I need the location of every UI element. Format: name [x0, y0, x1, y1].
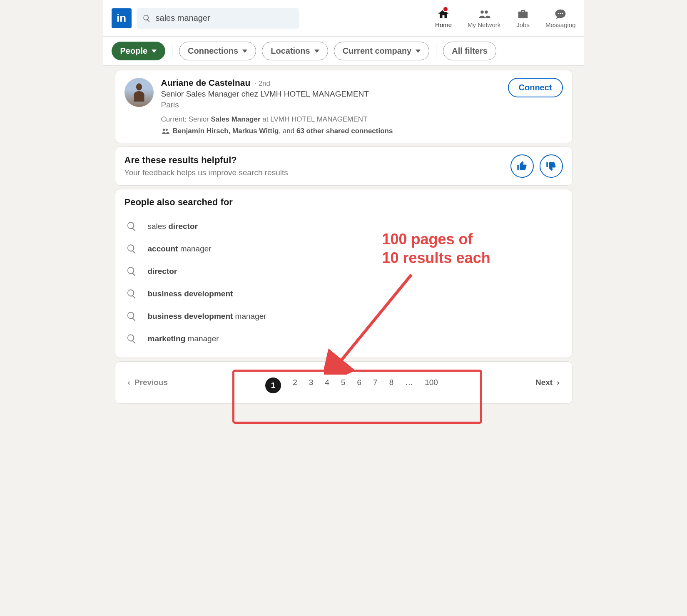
chevron-right-icon: ›: [557, 378, 559, 387]
nav-label: My Network: [468, 21, 500, 28]
divider: [172, 43, 172, 59]
page-number[interactable]: 2: [293, 378, 297, 387]
feedback-title: Are these results helpful?: [124, 155, 288, 166]
nav-label: Home: [435, 21, 452, 28]
next-button[interactable]: Next ›: [535, 378, 560, 387]
pill-label: Connections: [188, 46, 238, 56]
result-location: Paris: [161, 100, 563, 109]
thumbs-down-icon: [545, 160, 557, 172]
caret-icon: [416, 50, 421, 53]
pill-label: All filters: [452, 46, 488, 56]
previous-button[interactable]: ‹ Previous: [128, 378, 168, 387]
feedback-card: Are these results helpful? Your feedback…: [115, 147, 572, 186]
connection-degree: · 2nd: [254, 79, 270, 88]
thumbs-up-button[interactable]: [510, 154, 534, 178]
linkedin-logo[interactable]: in: [112, 8, 132, 28]
also-searched-text: business development manager: [148, 312, 266, 321]
also-searched-item[interactable]: sales director: [124, 215, 563, 238]
result-headline: Senior Sales Manager chez LVMH HOTEL MAN…: [161, 89, 563, 99]
thumbs-down-button[interactable]: [540, 154, 563, 178]
page-number[interactable]: 5: [341, 378, 346, 387]
search-icon: [126, 333, 137, 344]
thumbs-up-icon: [516, 160, 528, 172]
also-searched-item[interactable]: business development: [124, 283, 563, 305]
chevron-left-icon: ‹: [128, 378, 130, 387]
nav-label: Jobs: [516, 21, 530, 28]
page-number[interactable]: 3: [309, 378, 314, 387]
page-number[interactable]: 7: [373, 378, 378, 387]
caret-icon: [152, 50, 157, 53]
prev-label: Previous: [134, 378, 168, 387]
also-searched-item[interactable]: business development manager: [124, 305, 563, 328]
page-ellipsis: …: [405, 378, 413, 387]
also-searched-text: director: [148, 267, 177, 276]
search-icon: [126, 266, 137, 277]
feedback-subtitle: Your feedback helps us improve search re…: [124, 168, 288, 177]
top-bar: in Home My Network Jobs Messaging: [103, 0, 584, 37]
also-searched-item[interactable]: account manager: [124, 238, 563, 260]
also-searched-item[interactable]: marketing manager: [124, 328, 563, 350]
result-name[interactable]: Auriane de Castelnau: [161, 78, 251, 88]
messaging-icon: [554, 8, 567, 20]
next-label: Next: [535, 378, 553, 387]
filter-current-company[interactable]: Current company: [334, 42, 430, 60]
page-number[interactable]: 6: [357, 378, 361, 387]
nav-network[interactable]: My Network: [468, 8, 500, 28]
notification-badge: [443, 6, 448, 12]
filter-bar: People Connections Locations Current com…: [103, 37, 584, 66]
also-searched-text: business development: [148, 289, 233, 298]
also-searched-title: People also searched for: [124, 197, 563, 208]
divider: [436, 43, 436, 59]
pill-label: Locations: [271, 46, 310, 56]
also-searched-text: sales director: [148, 222, 198, 231]
filter-connections[interactable]: Connections: [179, 42, 256, 60]
also-searched-text: account manager: [148, 244, 212, 253]
page-number[interactable]: 4: [325, 378, 329, 387]
caret-icon: [242, 50, 247, 53]
caret-icon: [314, 50, 319, 53]
nav-label: Messaging: [545, 21, 576, 28]
shared-connections[interactable]: Benjamin Hirsch, Markus Wittig, and 63 o…: [161, 127, 563, 135]
profile-avatar[interactable]: [124, 78, 154, 107]
filter-locations[interactable]: Locations: [262, 42, 328, 60]
also-searched-text: marketing manager: [148, 334, 219, 343]
search-icon: [126, 221, 137, 232]
search-icon: [126, 288, 137, 299]
search-input[interactable]: [156, 13, 293, 23]
people-icon: [161, 127, 169, 135]
search-box[interactable]: [137, 8, 299, 29]
pill-label: Current company: [343, 46, 412, 56]
page-number[interactable]: 1: [265, 378, 281, 393]
network-icon: [478, 8, 490, 20]
result-current-position: Current: Senior Sales Manager at LVMH HO…: [161, 115, 563, 124]
search-result-card: Auriane de Castelnau · 2nd Senior Sales …: [115, 70, 572, 143]
page-number[interactable]: 8: [389, 378, 394, 387]
connect-button[interactable]: Connect: [508, 78, 563, 97]
nav-jobs[interactable]: Jobs: [516, 8, 530, 28]
page-number[interactable]: 100: [425, 378, 438, 387]
nav-home[interactable]: Home: [435, 8, 452, 28]
jobs-icon: [517, 8, 529, 20]
top-nav: Home My Network Jobs Messaging: [435, 8, 575, 28]
person-silhouette-icon: [131, 82, 147, 103]
also-searched-item[interactable]: director: [124, 260, 563, 283]
filter-all[interactable]: All filters: [443, 42, 496, 60]
search-icon: [126, 311, 137, 322]
pill-label: People: [120, 46, 148, 56]
filter-people[interactable]: People: [112, 42, 166, 60]
search-icon: [142, 14, 151, 23]
search-icon: [126, 243, 137, 254]
pagination-bar: ‹ Previous 12345678…100 Next ›: [115, 361, 572, 404]
also-searched-card: People also searched for sales directora…: [115, 189, 572, 358]
nav-messaging[interactable]: Messaging: [545, 8, 576, 28]
